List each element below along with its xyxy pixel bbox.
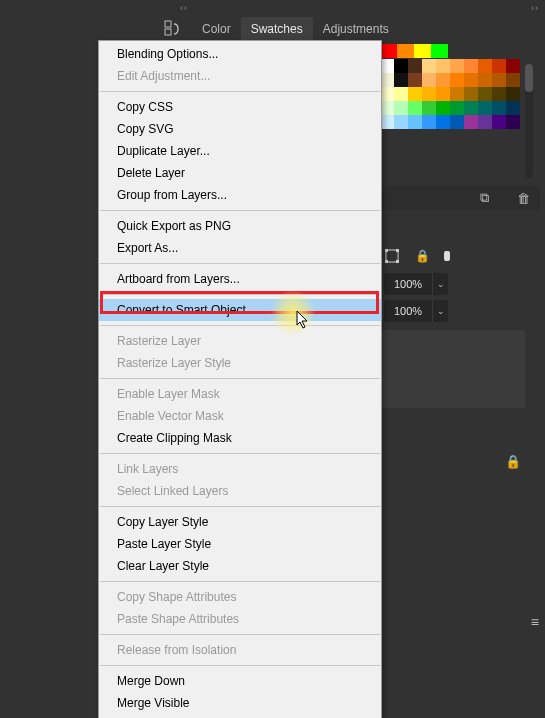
- swatch[interactable]: [450, 73, 464, 87]
- swatch[interactable]: [506, 101, 520, 115]
- swatch[interactable]: [436, 87, 450, 101]
- swatch[interactable]: [408, 101, 422, 115]
- swatch[interactable]: [380, 44, 397, 58]
- swatch[interactable]: [492, 115, 506, 129]
- swatch[interactable]: [380, 87, 394, 101]
- layer-lock-icon[interactable]: 🔒: [505, 454, 521, 469]
- menu-item[interactable]: Create Clipping Mask: [99, 427, 381, 449]
- swatch[interactable]: [464, 59, 478, 73]
- tab-adjustments[interactable]: Adjustments: [313, 17, 399, 41]
- swatch[interactable]: [436, 73, 450, 87]
- menu-item[interactable]: Copy SVG: [99, 118, 381, 140]
- menu-item[interactable]: Group from Layers...: [99, 184, 381, 206]
- swatch[interactable]: [478, 115, 492, 129]
- swatch[interactable]: [414, 44, 431, 58]
- swatch[interactable]: [394, 115, 408, 129]
- fill-row: 100% ⌄: [384, 300, 448, 322]
- menu-item[interactable]: Delete Layer: [99, 162, 381, 184]
- swatch[interactable]: [431, 44, 448, 58]
- swatch[interactable]: [422, 59, 436, 73]
- swatch[interactable]: [408, 87, 422, 101]
- swatch[interactable]: [478, 87, 492, 101]
- swatch[interactable]: [394, 59, 408, 73]
- menu-item[interactable]: Convert to Smart Object: [99, 299, 381, 321]
- menu-item: Copy Shape Attributes: [99, 586, 381, 608]
- delete-swatch-icon[interactable]: 🗑: [517, 191, 540, 206]
- swatch[interactable]: [380, 101, 394, 115]
- dock-panel-icon[interactable]: [164, 20, 182, 38]
- swatch[interactable]: [506, 73, 520, 87]
- swatch[interactable]: [394, 73, 408, 87]
- svg-rect-5: [385, 260, 388, 263]
- swatch[interactable]: [492, 73, 506, 87]
- swatch[interactable]: [450, 59, 464, 73]
- swatch[interactable]: [492, 87, 506, 101]
- swatch[interactable]: [436, 59, 450, 73]
- menu-item[interactable]: Flatten Image: [99, 714, 381, 718]
- marker-icon[interactable]: [444, 251, 450, 261]
- opacity-field[interactable]: 100%: [384, 273, 432, 295]
- panel-menu-icon[interactable]: ≡: [531, 614, 539, 630]
- menu-item[interactable]: Paste Layer Style: [99, 533, 381, 555]
- swatch[interactable]: [478, 101, 492, 115]
- menu-item[interactable]: Artboard from Layers...: [99, 268, 381, 290]
- swatch[interactable]: [422, 101, 436, 115]
- swatch[interactable]: [464, 115, 478, 129]
- menu-separator: [100, 453, 380, 454]
- swatches-footer: ⧉ 🗑: [380, 186, 540, 210]
- swatch[interactable]: [450, 101, 464, 115]
- menu-separator: [100, 263, 380, 264]
- lock-props-icon[interactable]: 🔒: [414, 248, 430, 264]
- tab-color[interactable]: Color: [192, 17, 241, 41]
- svg-rect-0: [165, 21, 171, 27]
- swatch[interactable]: [408, 73, 422, 87]
- swatch[interactable]: [436, 101, 450, 115]
- opacity-dropdown[interactable]: ⌄: [432, 273, 448, 295]
- swatch[interactable]: [394, 101, 408, 115]
- collapse-arrows-left: ‹‹: [180, 3, 188, 13]
- menu-separator: [100, 634, 380, 635]
- swatch[interactable]: [492, 101, 506, 115]
- layer-context-menu: Blending Options...Edit Adjustment...Cop…: [98, 40, 382, 718]
- swatch[interactable]: [464, 101, 478, 115]
- panel-tabs: Color Swatches Adjustments: [192, 16, 399, 42]
- swatch[interactable]: [380, 73, 394, 87]
- menu-separator: [100, 581, 380, 582]
- fill-field[interactable]: 100%: [384, 300, 432, 322]
- menu-item[interactable]: Duplicate Layer...: [99, 140, 381, 162]
- swatch[interactable]: [422, 115, 436, 129]
- swatch[interactable]: [380, 115, 394, 129]
- swatch[interactable]: [408, 115, 422, 129]
- swatch[interactable]: [397, 44, 414, 58]
- swatch[interactable]: [450, 87, 464, 101]
- swatch[interactable]: [380, 59, 394, 73]
- swatch[interactable]: [408, 59, 422, 73]
- menu-item[interactable]: Merge Down: [99, 670, 381, 692]
- swatch[interactable]: [422, 73, 436, 87]
- swatch[interactable]: [464, 87, 478, 101]
- menu-item[interactable]: Merge Visible: [99, 692, 381, 714]
- menu-item[interactable]: Copy CSS: [99, 96, 381, 118]
- menu-item[interactable]: Blending Options...: [99, 43, 381, 65]
- svg-rect-6: [396, 260, 399, 263]
- swatch[interactable]: [506, 115, 520, 129]
- tab-swatches[interactable]: Swatches: [241, 17, 313, 41]
- swatch[interactable]: [506, 59, 520, 73]
- new-swatch-icon[interactable]: ⧉: [480, 190, 499, 206]
- menu-item[interactable]: Export As...: [99, 237, 381, 259]
- menu-item[interactable]: Copy Layer Style: [99, 511, 381, 533]
- swatch[interactable]: [464, 73, 478, 87]
- swatch[interactable]: [394, 87, 408, 101]
- swatch[interactable]: [492, 59, 506, 73]
- swatch[interactable]: [450, 115, 464, 129]
- swatch[interactable]: [436, 115, 450, 129]
- swatch[interactable]: [478, 59, 492, 73]
- swatch[interactable]: [422, 87, 436, 101]
- swatches-scrollbar-thumb[interactable]: [525, 64, 533, 92]
- fill-dropdown[interactable]: ⌄: [432, 300, 448, 322]
- bounds-icon[interactable]: [384, 248, 400, 264]
- menu-item[interactable]: Quick Export as PNG: [99, 215, 381, 237]
- swatch[interactable]: [506, 87, 520, 101]
- swatch[interactable]: [478, 73, 492, 87]
- menu-item[interactable]: Clear Layer Style: [99, 555, 381, 577]
